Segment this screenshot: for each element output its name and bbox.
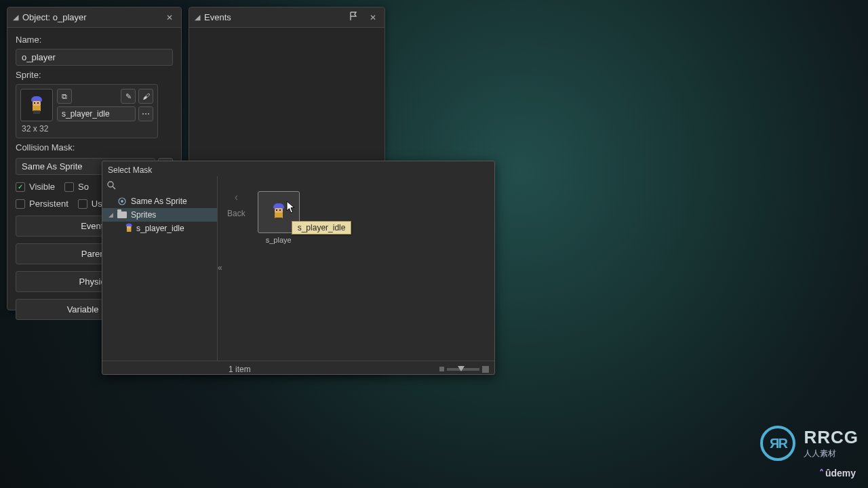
tree-label: Sprites <box>131 210 156 220</box>
paint-sprite-icon[interactable]: 🖌 <box>138 89 153 104</box>
zoom-handle[interactable] <box>458 366 465 371</box>
rrcg-brand: RRCG <box>804 427 859 448</box>
zoom-small-icon <box>439 367 444 371</box>
select-mask-popup: Select Mask Same As Sprite ◢ Sprites <box>102 161 495 375</box>
tree-item-s-player-idle[interactable]: s_player_idle <box>102 222 217 235</box>
udemy-label: ûdemy <box>825 468 856 479</box>
collapse-handle-icon[interactable]: « <box>218 263 222 272</box>
back-label: Back <box>227 209 245 218</box>
udemy-watermark: ˄ ûdemy <box>819 468 856 479</box>
visible-checkbox[interactable]: ✓ <box>16 182 25 192</box>
zoom-slider[interactable] <box>439 366 489 373</box>
events-titlebar[interactable]: ◢ Events ✕ <box>189 7 384 28</box>
search-row[interactable] <box>102 179 217 195</box>
rrcg-watermark: ЯR RRCG 人人素材 <box>760 426 859 461</box>
tree-item-sprites-folder[interactable]: ◢ Sprites <box>102 208 217 222</box>
tree-expand-icon[interactable]: ◢ <box>108 211 113 218</box>
tree-label: Same As Sprite <box>131 197 187 206</box>
persistent-checkbox-row[interactable]: Persistent <box>16 199 68 209</box>
solid-label-partial: So <box>78 182 89 192</box>
solid-checkbox[interactable] <box>64 182 74 192</box>
popup-footer: 1 item <box>102 361 494 377</box>
sprite-name-field[interactable]: s_player_idle <box>57 106 136 121</box>
svg-point-3 <box>121 200 123 203</box>
name-input[interactable]: o_player <box>16 49 173 66</box>
search-icon <box>106 180 116 190</box>
player-sprite-icon <box>271 203 286 221</box>
tooltip: s_player_idle <box>292 221 352 235</box>
back-button[interactable]: ‹ Back <box>227 191 245 218</box>
svg-point-0 <box>108 182 113 187</box>
rrcg-brand-sub: 人人素材 <box>804 448 859 460</box>
object-titlebar[interactable]: ◢ Object: o_player ✕ <box>7 7 181 28</box>
sprite-box: ⧉ ✎ 🖌 s_player_idle ⋯ 32 x 32 <box>16 84 158 138</box>
content-pane: ‹ Back s_playe s_player_idle <box>218 176 494 361</box>
zoom-large-icon <box>482 366 489 373</box>
zoom-track[interactable] <box>447 368 479 371</box>
events-title: Events <box>204 12 349 22</box>
collapse-icon[interactable]: ◢ <box>13 13 18 22</box>
mask-icon <box>117 197 127 206</box>
sprite-more-button[interactable]: ⋯ <box>138 106 153 121</box>
rrcg-ring-icon: ЯR <box>760 426 795 461</box>
collapse-icon[interactable]: ◢ <box>195 13 200 22</box>
expand-sprite-icon[interactable]: ⧉ <box>57 89 72 104</box>
folder-icon <box>117 210 127 220</box>
tree-item-same-as-sprite[interactable]: Same As Sprite <box>102 195 217 208</box>
collision-mask-label: Collision Mask: <box>16 142 173 152</box>
back-arrow-icon: ‹ <box>235 191 238 203</box>
sprite-dimensions: 32 x 32 <box>20 121 153 134</box>
persistent-checkbox[interactable] <box>16 199 25 209</box>
uses-checkbox[interactable] <box>78 199 87 209</box>
select-mask-title: Select Mask <box>102 161 494 176</box>
close-icon[interactable]: ✕ <box>367 12 379 24</box>
flag-icon <box>349 12 359 23</box>
item-count: 1 item <box>229 365 251 374</box>
persistent-label: Persistent <box>29 199 68 209</box>
close-icon[interactable]: ✕ <box>163 12 176 24</box>
thumb-s-player-idle-container[interactable]: s_playe s_player_idle <box>258 191 300 244</box>
visible-label: Visible <box>29 182 55 192</box>
edit-sprite-icon[interactable]: ✎ <box>121 89 136 104</box>
svg-line-1 <box>113 186 115 189</box>
thumb-label: s_playe <box>258 236 300 244</box>
tree-pane: Same As Sprite ◢ Sprites s_player_idle <box>102 176 218 361</box>
object-title: Object: o_player <box>22 12 163 22</box>
visible-checkbox-row[interactable]: ✓ Visible <box>16 182 55 192</box>
name-label: Name: <box>16 35 173 45</box>
sprite-mini-icon <box>123 224 132 233</box>
udemy-caret-icon: ˄ <box>819 468 824 479</box>
uses-checkbox-row[interactable]: Us <box>78 199 102 209</box>
sprite-label: Sprite: <box>16 70 173 80</box>
sprite-preview[interactable] <box>20 89 53 121</box>
solid-checkbox-row[interactable]: So <box>64 182 89 192</box>
player-sprite-icon <box>29 96 44 114</box>
uses-label-partial: Us <box>92 199 102 209</box>
tree-label: s_player_idle <box>136 224 184 233</box>
